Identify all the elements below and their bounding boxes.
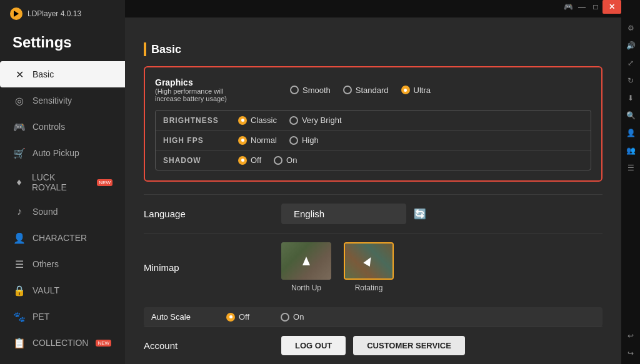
- brightness-label: BRIGHTNESS: [163, 116, 238, 125]
- auto-scale-label: Auto Scale: [151, 312, 214, 322]
- minimap-container: North Up Rotating: [281, 242, 394, 292]
- sidebar-item-luck-royale[interactable]: ♦ LUCK ROYALE NEW: [0, 166, 125, 199]
- high-fps-label: HIGH FPS: [163, 136, 238, 145]
- refresh-icon[interactable]: 🔄: [414, 208, 426, 220]
- section-title-text: Basic: [151, 43, 181, 56]
- shadow-off-label: Off: [251, 155, 261, 165]
- sidebar-item-sensitivity[interactable]: ◎ Sensitivity: [0, 87, 125, 114]
- gamepad-button[interactable]: 🎮: [561, 0, 575, 14]
- sidebar-item-character[interactable]: 👤 CHARACTER: [0, 225, 125, 251]
- language-selector[interactable]: English: [281, 204, 406, 224]
- shadow-on-label: On: [286, 155, 297, 165]
- graphics-sub-label: (High performance willincrease battery u…: [155, 87, 280, 102]
- sidebar-label-character: CHARACTER: [32, 233, 87, 243]
- app-header: LDPlayer 4.0.13: [0, 0, 125, 27]
- quality-smooth[interactable]: Smooth: [290, 86, 331, 95]
- ultra-label: Ultra: [414, 86, 431, 95]
- minimap-north-up[interactable]: North Up: [281, 242, 331, 292]
- north-up-thumb[interactable]: [281, 242, 331, 280]
- app-logo: [10, 7, 22, 20]
- rt-btn-1[interactable]: ⚙: [622, 20, 639, 36]
- right-toolbar: ⚙ 🔊 ⤢ ↻ ⬇ 🔍 👤 👥 ☰ ↩ ↪: [621, 17, 640, 364]
- section-title: Basic: [144, 42, 602, 56]
- sidebar-label-vault: VAULT: [32, 285, 59, 295]
- fps-high[interactable]: High: [289, 135, 319, 145]
- shadow-off-radio[interactable]: [238, 156, 247, 165]
- rt-fwd-btn[interactable]: ↪: [622, 345, 639, 362]
- fps-normal[interactable]: Normal: [238, 135, 277, 145]
- north-up-label: North Up: [291, 283, 321, 292]
- controls-icon: 🎮: [12, 120, 26, 134]
- rt-btn-2[interactable]: 🔊: [622, 37, 639, 54]
- very-bright-label: Very Bright: [302, 116, 342, 125]
- classic-label: Classic: [251, 116, 277, 125]
- shadow-options: Off On: [238, 155, 583, 165]
- auto-scale-row: Auto Scale Off On: [144, 307, 602, 327]
- rt-btn-7[interactable]: 👤: [622, 125, 639, 141]
- rt-btn-6[interactable]: 🔍: [622, 107, 639, 124]
- sidebar-item-others[interactable]: ☰ Others: [0, 251, 125, 277]
- brightness-row: BRIGHTNESS Classic Very Bright: [156, 111, 591, 130]
- very-bright-radio[interactable]: [289, 116, 298, 125]
- language-row: Language English 🔄: [144, 194, 602, 233]
- brightness-classic[interactable]: Classic: [238, 116, 277, 125]
- sidebar-label-pet: PET: [32, 312, 49, 322]
- sidebar-item-sound[interactable]: ♪ Sound: [0, 199, 125, 225]
- rt-back-btn[interactable]: ↩: [622, 328, 639, 344]
- minimap-rotating[interactable]: Rotating: [344, 242, 394, 292]
- logout-button[interactable]: LOG OUT: [281, 336, 346, 355]
- rt-btn-8[interactable]: 👥: [622, 142, 639, 159]
- brightness-very-bright[interactable]: Very Bright: [289, 116, 342, 125]
- shadow-on[interactable]: On: [274, 155, 297, 165]
- auto-pickup-icon: 🛒: [12, 146, 26, 160]
- sidebar-label-auto-pickup: Auto Pickup: [32, 148, 79, 158]
- rt-btn-5[interactable]: ⬇: [622, 90, 639, 106]
- scale-off[interactable]: Off: [226, 312, 249, 322]
- scale-on-label: On: [293, 312, 304, 322]
- rotating-thumb[interactable]: [344, 242, 394, 280]
- rotating-arrow: [363, 255, 374, 267]
- standard-label: Standard: [356, 86, 389, 95]
- ultra-radio[interactable]: [401, 86, 410, 94]
- language-label: Language: [144, 209, 281, 219]
- shadow-on-radio[interactable]: [274, 156, 282, 165]
- scale-on[interactable]: On: [281, 312, 304, 322]
- rt-btn-9[interactable]: ☰: [622, 160, 639, 176]
- sub-settings-table: BRIGHTNESS Classic Very Bright: [155, 110, 591, 170]
- brightness-options: Classic Very Bright: [238, 116, 583, 125]
- rt-btn-4[interactable]: ↻: [622, 72, 639, 89]
- maximize-button[interactable]: □: [589, 0, 602, 14]
- sidebar-item-basic[interactable]: ✕ Basic: [0, 61, 125, 87]
- minimize-button[interactable]: —: [575, 0, 589, 14]
- collection-icon: 📋: [12, 336, 26, 350]
- app-title: LDPlayer 4.0.13: [28, 9, 81, 18]
- scale-off-radio[interactable]: [226, 313, 235, 322]
- high-fps-options: Normal High: [238, 135, 583, 145]
- close-button[interactable]: ✕: [602, 0, 621, 14]
- high-radio[interactable]: [289, 136, 298, 145]
- classic-radio[interactable]: [238, 116, 247, 125]
- sidebar-item-auto-pickup[interactable]: 🛒 Auto Pickup: [0, 140, 125, 166]
- customer-service-button[interactable]: CUSTOMER SERVICE: [353, 336, 465, 355]
- sidebar-item-collection[interactable]: 📋 COLLECTION NEW: [0, 330, 125, 356]
- graphics-label: Graphics: [155, 77, 280, 87]
- character-icon: 👤: [12, 231, 26, 245]
- sidebar-item-pet[interactable]: 🐾 PET: [0, 303, 125, 330]
- standard-radio[interactable]: [343, 86, 352, 94]
- high-fps-row: HIGH FPS Normal High: [156, 130, 591, 150]
- main-content: Basic Graphics (High performance willinc…: [125, 17, 621, 364]
- language-value: English: [294, 209, 324, 219]
- sidebar-label-luck-royale: LUCK ROYALE: [32, 172, 89, 192]
- quality-ultra[interactable]: Ultra: [401, 86, 431, 95]
- sidebar: LDPlayer 4.0.13 Settings ✕ Basic ◎ Sensi…: [0, 0, 125, 364]
- smooth-radio[interactable]: [290, 86, 299, 94]
- shadow-off[interactable]: Off: [238, 155, 261, 165]
- quality-standard[interactable]: Standard: [343, 86, 389, 95]
- language-content: English 🔄: [281, 204, 602, 224]
- sidebar-item-controls[interactable]: 🎮 Controls: [0, 114, 125, 140]
- rt-btn-3[interactable]: ⤢: [622, 55, 639, 71]
- scale-on-radio[interactable]: [281, 313, 289, 322]
- normal-radio[interactable]: [238, 136, 247, 145]
- north-up-map: [281, 242, 331, 280]
- sidebar-item-vault[interactable]: 🔒 VAULT: [0, 277, 125, 303]
